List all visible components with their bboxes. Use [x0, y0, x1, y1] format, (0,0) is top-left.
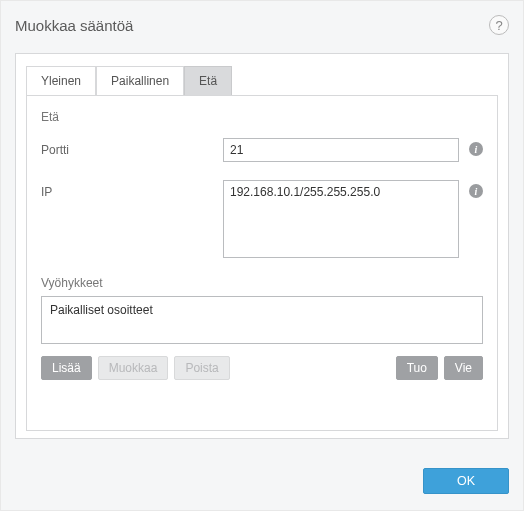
- remote-heading: Etä: [41, 110, 483, 124]
- port-field-wrap: i: [223, 138, 483, 162]
- port-label: Portti: [41, 138, 223, 157]
- export-button[interactable]: Vie: [444, 356, 483, 380]
- ip-input[interactable]: [223, 180, 459, 258]
- port-input[interactable]: [223, 138, 459, 162]
- tab-general-label: Yleinen: [41, 74, 81, 88]
- help-icon[interactable]: ?: [489, 15, 509, 35]
- tab-remote[interactable]: Etä: [184, 66, 232, 95]
- ok-button[interactable]: OK: [423, 468, 509, 494]
- ok-button-label: OK: [457, 474, 475, 488]
- main-panel: Yleinen Paikallinen Etä Etä Portti i IP: [15, 53, 509, 439]
- edit-button: Muokkaa: [98, 356, 169, 380]
- tabs-row: Yleinen Paikallinen Etä: [26, 66, 508, 95]
- zones-listbox[interactable]: Paikalliset osoitteet: [41, 296, 483, 344]
- zones-label: Vyöhykkeet: [41, 276, 483, 290]
- port-row: Portti i: [41, 138, 483, 162]
- titlebar: Muokkaa sääntöä ?: [15, 15, 509, 53]
- tab-body-remote: Etä Portti i IP i Vyöhykkeet Paikalliset: [26, 95, 498, 431]
- edit-button-label: Muokkaa: [109, 361, 158, 375]
- tab-general[interactable]: Yleinen: [26, 66, 96, 95]
- ip-field-wrap: i: [223, 180, 483, 258]
- list-item[interactable]: Paikalliset osoitteet: [50, 303, 474, 317]
- info-icon[interactable]: i: [469, 184, 483, 198]
- import-button[interactable]: Tuo: [396, 356, 438, 380]
- tab-local-label: Paikallinen: [111, 74, 169, 88]
- zone-buttons: Lisää Muokkaa Poista Tuo Vie: [41, 356, 483, 380]
- tab-remote-label: Etä: [199, 74, 217, 88]
- delete-button-label: Poista: [185, 361, 218, 375]
- dialog-title: Muokkaa sääntöä: [15, 17, 133, 34]
- add-button[interactable]: Lisää: [41, 356, 92, 380]
- tab-local[interactable]: Paikallinen: [96, 66, 184, 95]
- zones-section: Vyöhykkeet Paikalliset osoitteet: [41, 276, 483, 344]
- footer: OK: [423, 468, 509, 494]
- add-button-label: Lisää: [52, 361, 81, 375]
- import-button-label: Tuo: [407, 361, 427, 375]
- ip-row: IP i: [41, 180, 483, 258]
- info-icon[interactable]: i: [469, 142, 483, 156]
- ip-label: IP: [41, 180, 223, 199]
- export-button-label: Vie: [455, 361, 472, 375]
- delete-button: Poista: [174, 356, 229, 380]
- dialog-window: Muokkaa sääntöä ? Yleinen Paikallinen Et…: [0, 0, 524, 511]
